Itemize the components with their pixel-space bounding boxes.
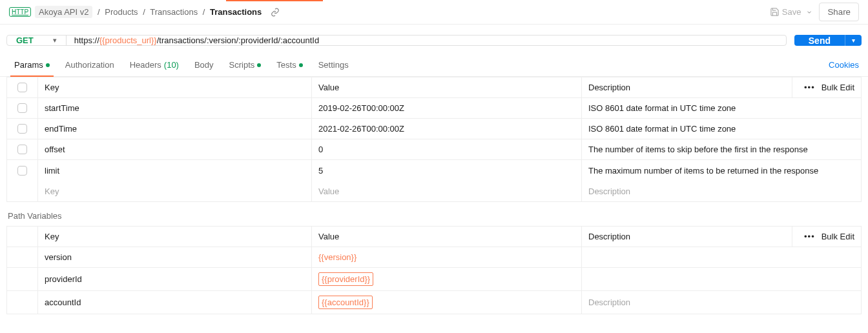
desc-cell[interactable]: ISO 8601 date format in UTC time zone <box>582 119 861 139</box>
col-value: Value <box>312 77 582 97</box>
key-cell[interactable]: providerId <box>38 268 312 290</box>
url-input[interactable]: https://{{products_url}}/transactions/:v… <box>67 35 786 45</box>
chevron-down-icon: ▾ <box>53 36 57 45</box>
bulk-edit-link[interactable]: Bulk Edit <box>822 83 854 92</box>
tab-headers[interactable]: Headers (10) <box>122 54 187 76</box>
row-checkbox[interactable] <box>17 166 27 176</box>
cookies-link[interactable]: Cookies <box>829 60 862 70</box>
table-row: startTime2019-02-26T00:00:00ZISO 8601 da… <box>7 98 861 119</box>
col-desc: Description <box>582 77 792 97</box>
tab-scripts-label: Scripts <box>229 60 255 70</box>
crumb-folder1[interactable]: Products <box>105 7 138 17</box>
tab-headers-label: Headers <box>130 60 161 70</box>
link-icon[interactable] <box>271 8 280 17</box>
http-badge: HTTP <box>9 7 31 17</box>
value-cell[interactable]: {{accountId}} <box>312 291 582 314</box>
breadcrumb: Akoya API v2 / Products / Transactions /… <box>35 7 262 17</box>
key-cell[interactable]: accountId <box>38 291 312 314</box>
request-row: GET ▾ https://{{products_url}}/transacti… <box>0 25 868 54</box>
send-dropdown[interactable]: ▾ <box>845 35 862 46</box>
save-button[interactable]: Save <box>770 7 813 17</box>
more-options-icon[interactable]: ••• <box>804 83 815 92</box>
col-key: Key <box>38 227 312 247</box>
method-label: GET <box>16 35 34 45</box>
key-cell[interactable]: version <box>38 247 312 267</box>
method-url-box: GET ▾ https://{{products_url}}/transacti… <box>6 35 787 46</box>
status-dot-icon <box>46 63 50 67</box>
tab-tests-label: Tests <box>276 60 296 70</box>
table-row: providerId{{providerId}} <box>7 268 861 291</box>
url-suffix: /transactions/:version/:providerId/:acco… <box>157 35 319 45</box>
table-header-row: Key Value Description ••• Bulk Edit <box>7 77 861 98</box>
url-variable: {{products_url}} <box>99 35 157 45</box>
row-checkbox[interactable] <box>17 103 27 113</box>
value-cell[interactable]: {{providerId}} <box>312 268 582 290</box>
chevron-down-icon[interactable] <box>806 9 812 15</box>
crumb-folder2[interactable]: Transactions <box>150 7 198 17</box>
row-checkbox[interactable] <box>17 124 27 134</box>
tab-body[interactable]: Body <box>187 54 222 76</box>
desc-cell[interactable] <box>582 247 861 267</box>
send-button[interactable]: Send <box>794 35 845 46</box>
table-row: limit5The maximum number of items to be … <box>7 160 861 181</box>
desc-input[interactable]: Description <box>582 181 861 201</box>
top-active-indicator <box>226 0 323 1</box>
key-cell[interactable]: limit <box>38 160 312 181</box>
desc-cell[interactable] <box>582 268 861 290</box>
value-input[interactable]: Value <box>312 181 582 201</box>
query-params-table: Key Value Description ••• Bulk Edit star… <box>6 77 862 202</box>
status-dot-icon <box>257 63 261 67</box>
value-cell[interactable]: 2019-02-26T00:00:00Z <box>312 98 582 118</box>
col-value: Value <box>312 227 582 247</box>
tab-tests[interactable]: Tests <box>269 54 310 76</box>
tab-authorization[interactable]: Authorization <box>57 54 122 76</box>
status-dot-icon <box>299 63 303 67</box>
table-row: version{{version}} <box>7 247 861 268</box>
select-all-checkbox[interactable] <box>17 83 27 92</box>
table-row: endTime2021-02-26T00:00:00ZISO 8601 date… <box>7 119 861 139</box>
col-desc: Description <box>582 227 792 247</box>
key-cell[interactable]: offset <box>38 139 312 159</box>
topbar: HTTP Akoya API v2 / Products / Transacti… <box>0 0 868 25</box>
crumb-current: Transactions <box>210 7 262 17</box>
headers-count: (10) <box>164 60 179 70</box>
key-cell[interactable]: startTime <box>38 98 312 118</box>
key-cell[interactable]: endTime <box>38 119 312 139</box>
send-group: Send ▾ <box>794 35 862 46</box>
desc-cell[interactable]: The maximum number of items to be return… <box>582 160 861 181</box>
path-variables-table: Key Value Description ••• Bulk Edit vers… <box>6 226 862 314</box>
value-cell[interactable]: 2021-02-26T00:00:00Z <box>312 119 582 139</box>
method-dropdown[interactable]: GET ▾ <box>7 35 67 45</box>
save-label: Save <box>782 7 801 17</box>
share-button[interactable]: Share <box>819 3 859 21</box>
value-cell[interactable]: 5 <box>312 160 582 181</box>
bulk-edit-link[interactable]: Bulk Edit <box>822 232 854 241</box>
table-row: accountId{{accountId}}Description <box>7 291 861 314</box>
tab-params[interactable]: Params <box>6 54 57 76</box>
table-row: offset0The number of items to skip befor… <box>7 139 861 160</box>
desc-cell[interactable]: The number of items to skip before the f… <box>582 139 861 159</box>
tab-params-label: Params <box>14 60 43 70</box>
tabs-row: Params Authorization Headers (10) Body S… <box>0 54 868 77</box>
url-prefix: https:// <box>74 35 99 45</box>
value-cell[interactable]: {{version}} <box>312 247 582 267</box>
tab-scripts[interactable]: Scripts <box>222 54 269 76</box>
more-options-icon[interactable]: ••• <box>804 232 815 241</box>
desc-cell[interactable]: ISO 8601 date format in UTC time zone <box>582 98 861 118</box>
path-variables-title: Path Variables <box>0 202 868 226</box>
new-param-row: Key Value Description <box>7 181 861 201</box>
col-key: Key <box>38 77 312 97</box>
table-header-row: Key Value Description ••• Bulk Edit <box>7 227 861 247</box>
crumb-collection[interactable]: Akoya API v2 <box>35 6 92 18</box>
row-checkbox[interactable] <box>17 145 27 154</box>
desc-cell[interactable]: Description <box>582 291 861 314</box>
value-cell[interactable]: 0 <box>312 139 582 159</box>
tab-settings[interactable]: Settings <box>311 54 356 76</box>
key-input[interactable]: Key <box>38 181 312 201</box>
